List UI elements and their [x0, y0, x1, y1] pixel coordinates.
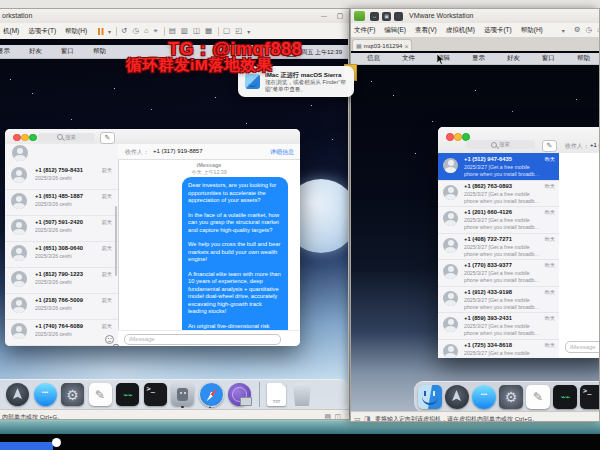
menu-item-5[interactable]: 帮助(H) — [521, 26, 543, 35]
dock-icon-messages[interactable] — [472, 385, 496, 409]
video-playhead[interactable] — [52, 438, 61, 447]
dock-icon-terminal[interactable] — [144, 383, 167, 406]
conversation-row[interactable]: +1 (507) 591-24202025/3/26 ceshi前天 — [5, 215, 118, 242]
messages-titlebar[interactable]: 搜索 收件人： +1 (512) 947-6435 — [438, 127, 599, 154]
minimize-traffic-light[interactable] — [454, 133, 462, 141]
search-input[interactable]: 搜索 — [38, 133, 95, 142]
zoom-traffic-light[interactable] — [29, 134, 37, 142]
conversation-row[interactable]: +1 (725) 334-8618昨天2025/3/27 [Get a free… — [438, 339, 559, 359]
menu-item-1[interactable]: 选项卡(T) — [28, 27, 56, 36]
compose-button[interactable] — [542, 140, 557, 152]
menubar-item-1[interactable]: 好友 — [29, 47, 42, 56]
conversation-row[interactable]: +1 (201) 660-4126昨天2025/3/27 [Get a free… — [438, 206, 559, 234]
toolbar-icon-pane-split[interactable]: ▥ — [181, 27, 188, 35]
left-window-titlebar[interactable]: orkstation — ▢ — [0, 9, 349, 23]
menubar-item-3[interactable]: 显示 — [472, 54, 485, 63]
dock-icon-txt-document[interactable] — [267, 383, 286, 406]
conversation-row[interactable]: +1 (859) 393-2431昨天2025/3/27 [Get a free… — [438, 312, 559, 340]
titlebar-icon[interactable]: ↔ — [370, 12, 379, 21]
dock-icon-finder[interactable] — [418, 385, 442, 409]
toolbar-icon-home[interactable]: ⌂ — [144, 27, 149, 35]
conversation-row[interactable]: +1 (218) 766-50092025/3/26 ceshi前天 — [5, 293, 118, 320]
dock-icon-system-preferences[interactable] — [499, 385, 523, 409]
dock-icon-activity-monitor[interactable] — [116, 383, 139, 406]
network-status-icon[interactable]: ◫ — [334, 413, 341, 420]
display-status-icon[interactable]: ▭ — [354, 415, 361, 422]
emoji-icon[interactable] — [105, 335, 114, 344]
details-link[interactable]: 详细信息 — [270, 148, 294, 157]
dock-icon-messages[interactable] — [34, 383, 57, 406]
menubar-item-0[interactable]: 信息 — [367, 54, 380, 63]
to-number: +1 (512) 947-6435 — [590, 142, 599, 148]
toolbar-icon-settings[interactable]: ⚙ — [574, 26, 581, 34]
message-input[interactable]: iMessage — [124, 334, 281, 346]
conversation-row[interactable]: +1 (512) 947-6435昨天2025/3/27 [Get a free… — [438, 153, 559, 181]
menubar-item-1[interactable]: 文件 — [402, 54, 415, 63]
dock-icon-trash[interactable] — [291, 383, 314, 406]
dropdown-caret-icon[interactable]: ▾ — [562, 27, 565, 34]
dock-icon-activity-monitor[interactable] — [553, 385, 577, 409]
tab-close-icon[interactable]: × — [404, 43, 408, 50]
menu-item-3[interactable]: 虚拟机(M) — [446, 26, 475, 35]
menubar-item-6[interactable]: 帮助 — [577, 54, 590, 63]
toolbar-icon-fit-screen[interactable]: ◰ — [235, 27, 242, 35]
dock-icon-launchpad[interactable] — [6, 383, 29, 406]
search-input[interactable]: 搜索 — [466, 140, 535, 149]
dock-icon-textedit[interactable] — [526, 385, 550, 409]
close-traffic-light[interactable] — [13, 134, 21, 142]
video-progress-bar[interactable] — [0, 442, 53, 450]
menubar-item-3[interactable]: 帮助 — [93, 47, 106, 56]
toolbar-icon-pane-single[interactable]: ▤ — [169, 27, 176, 35]
compose-button[interactable] — [100, 132, 115, 144]
maximize-button[interactable]: ▢ — [334, 11, 346, 21]
dropdown-caret-icon[interactable]: ▾ — [247, 28, 250, 35]
disk-status-ic on[interactable]: ▤ — [324, 413, 331, 420]
toolbar-icon-take-snapshot[interactable]: ◷ — [586, 26, 593, 34]
menubar-item-4[interactable]: 好友 — [507, 54, 520, 63]
right-window-titlebar[interactable]: ↔ ▣ ◌ VMware Workstation — [351, 9, 599, 23]
menu-item-1[interactable]: 编辑(E) — [384, 26, 406, 35]
conversation-row[interactable]: +1 (812) 790-12232025/3/26 ceshi前天 — [5, 267, 118, 294]
messages-titlebar[interactable]: 搜索 — [5, 129, 300, 145]
close-traffic-light[interactable] — [446, 133, 454, 141]
conversation-row[interactable]: +1 (912) 433-9198昨天2025/3/27 [Get a free… — [438, 286, 559, 314]
dropdown-caret-icon[interactable]: ▾ — [108, 28, 111, 35]
menu-item-4[interactable]: 选项卡(T) — [484, 26, 512, 35]
usb-status-icon[interactable]: ◨ — [364, 415, 371, 422]
conversation-row[interactable]: +1 (812) 759-84312025/3/26 ceshi前天 — [5, 163, 118, 190]
microphone-icon[interactable] — [113, 344, 119, 347]
toolbar-icon-pane-grid[interactable]: ▦ — [205, 27, 212, 35]
conversation-row[interactable]: +1 (740) 764-60892025/3/26 ceshi前天 — [5, 319, 118, 346]
dock-icon-screen-sharing[interactable] — [228, 383, 251, 406]
dock-icon-automator[interactable] — [171, 383, 194, 406]
conversation-row[interactable]: +1 (651) 308-06402025/3/26 ceshi前天 — [5, 241, 118, 268]
dock-icon-launchpad[interactable] — [445, 385, 469, 409]
message-input[interactable]: iMessage — [565, 341, 599, 353]
sidebar-scrollbar[interactable] — [115, 206, 117, 276]
conversation-row[interactable]: +1 (862) 763-0893昨天2025/3/27 [Get a free… — [438, 180, 559, 208]
dock-icon-system-preferences[interactable] — [61, 383, 84, 406]
menu-item-0[interactable]: 机(M) — [3, 27, 19, 36]
pause-vm-button[interactable] — [98, 28, 100, 35]
conversation-row[interactable]: +1 (408) 722-7271昨天2025/3/27 [Get a free… — [438, 233, 559, 261]
minimize-button[interactable]: — — [318, 11, 330, 21]
menu-item-0[interactable]: 文件(F) — [354, 26, 375, 35]
toolbar-icon-pane-columns[interactable]: ◫ — [193, 27, 200, 35]
toolbar-icon-target[interactable]: ⌖ — [153, 27, 157, 35]
dock-icon-safari[interactable] — [199, 382, 224, 407]
minimize-traffic-light[interactable] — [21, 134, 29, 142]
menubar-item-2[interactable]: 窗口 — [61, 47, 74, 56]
toolbar-icon-take-snapshot[interactable]: ◷ — [132, 27, 139, 35]
menubar-item-0[interactable]: 显示 — [0, 47, 10, 56]
toolbar-icon-console-view[interactable]: ▢ — [223, 27, 230, 35]
conversation-row[interactable]: +1 (651) 485-18872025/3/26 ceshi前天 — [5, 189, 118, 216]
toolbar-icon-revert-snapshot[interactable]: ↺ — [121, 27, 127, 35]
menu-item-2[interactable]: 查看(V) — [415, 26, 437, 35]
titlebar-icon[interactable]: ◌ — [394, 12, 403, 21]
dock-icon-terminal[interactable] — [580, 385, 599, 409]
dock-icon-textedit[interactable] — [89, 383, 112, 406]
titlebar-icon[interactable]: ▣ — [382, 12, 391, 21]
menu-item-2[interactable]: 帮助(H) — [65, 27, 87, 36]
menubar-item-5[interactable]: 窗口 — [542, 54, 555, 63]
conversation-row[interactable]: +1 (770) 833-9377昨天2025/3/27 [Get a free… — [438, 259, 559, 287]
